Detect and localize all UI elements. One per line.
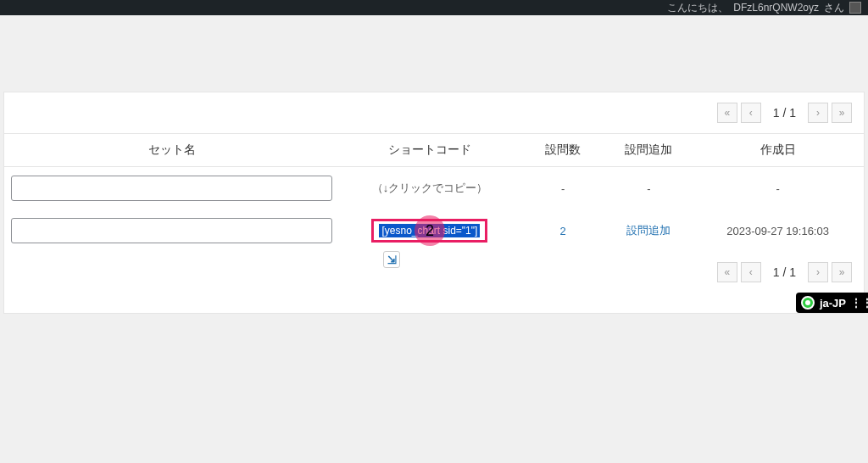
- content-wrap: « ‹ 1 / 1 › » セット名 ショートコード 設問数 設問追加 作成日: [0, 92, 868, 314]
- content-panel: « ‹ 1 / 1 › » セット名 ショートコード 設問数 設問追加 作成日: [3, 92, 865, 314]
- pagination-bottom: « ‹ 1 / 1 › »: [4, 252, 864, 293]
- shortcode-hint: （↓クリックでコピー）: [339, 167, 520, 210]
- hint-dash-add: -: [606, 167, 692, 210]
- created-date: 2023-09-27 19:16:03: [692, 209, 864, 252]
- svg-point-0: [805, 300, 810, 305]
- shortcode-table: セット名 ショートコード 設問数 設問追加 作成日 （↓クリックでコピー） - …: [4, 133, 864, 252]
- header-shortcode: ショートコード: [339, 134, 520, 167]
- header-created: 作成日: [692, 134, 864, 167]
- copy-floating-icon[interactable]: ⇲: [383, 251, 400, 268]
- locale-label: ja-JP: [820, 297, 846, 310]
- page-last-button-bottom[interactable]: »: [832, 262, 852, 282]
- page-prev-button[interactable]: ‹: [741, 103, 761, 123]
- greeting-suffix: さん: [824, 1, 844, 15]
- page-indicator-bottom: 1 / 1: [765, 265, 804, 279]
- page-next-button-bottom[interactable]: ›: [808, 262, 828, 282]
- page-first-button[interactable]: «: [717, 103, 737, 123]
- table-header-row: セット名 ショートコード 設問数 設問追加 作成日: [4, 134, 864, 167]
- set-name-input[interactable]: [11, 218, 332, 243]
- drag-handle-icon[interactable]: ⋮⋮: [851, 300, 860, 305]
- question-add-link[interactable]: 設問追加: [626, 224, 670, 237]
- locale-badge[interactable]: ja-JP ⋮⋮: [796, 293, 868, 313]
- admin-bar: こんにちは、 DFzL6nrQNW2oyz さん: [0, 0, 868, 15]
- greeting-prefix: こんにちは、: [667, 1, 728, 15]
- admin-greeting[interactable]: こんにちは、 DFzL6nrQNW2oyz さん: [667, 1, 861, 15]
- hint-dash-date: -: [692, 167, 864, 210]
- shortcode-highlight-box[interactable]: [yesno_chart sid="1"] 2: [371, 219, 487, 243]
- header-question-add: 設問追加: [606, 134, 692, 167]
- pagination-top: « ‹ 1 / 1 › »: [4, 92, 864, 133]
- header-question-count: 設問数: [520, 134, 605, 167]
- set-name-input-new[interactable]: [11, 176, 332, 201]
- page-indicator: 1 / 1: [765, 106, 804, 120]
- avatar-icon: [849, 2, 861, 14]
- page-next-button[interactable]: ›: [808, 103, 828, 123]
- table-row: [yesno_chart sid="1"] 2 2 設問追加 2023-09-2…: [4, 209, 864, 252]
- page-prev-button-bottom[interactable]: ‹: [741, 262, 761, 282]
- hint-dash-count: -: [520, 167, 605, 210]
- shortcode-text: [yesno_chart sid="1"]: [379, 224, 480, 237]
- table-hint-row: （↓クリックでコピー） - - -: [4, 167, 864, 210]
- greeting-username: DFzL6nrQNW2oyz: [733, 2, 819, 14]
- page-last-button[interactable]: »: [832, 103, 852, 123]
- question-count-link[interactable]: 2: [559, 225, 565, 237]
- locale-status-icon: [801, 296, 815, 310]
- header-set-name: セット名: [4, 134, 339, 167]
- page-first-button-bottom[interactable]: «: [717, 262, 737, 282]
